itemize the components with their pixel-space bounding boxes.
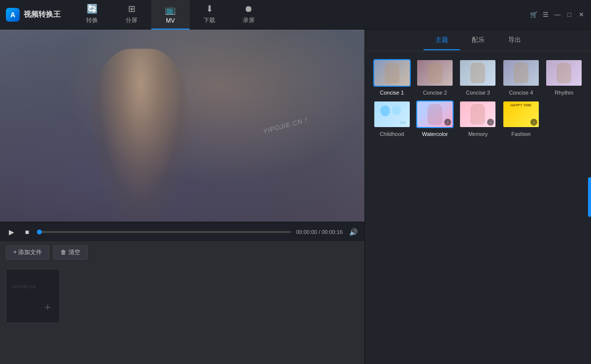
tab-split[interactable]: ⊞ 分屏 xyxy=(112,0,151,30)
memory-download-icon: ↓ xyxy=(487,119,494,126)
minimize-button[interactable]: — xyxy=(554,11,561,19)
main-content: YIPOJIE.CN！ ▶ ■ 00:00:00 / 00:00:16 🔊 + … xyxy=(0,30,591,364)
theme-memory-label: Memory xyxy=(468,131,488,137)
close-button[interactable]: ✕ xyxy=(577,11,585,19)
split-icon: ⊞ xyxy=(128,3,135,14)
theme-concise3-thumb xyxy=(459,59,496,87)
right-panel-tabs: 主题 配乐 导出 xyxy=(365,30,591,51)
tab-download[interactable]: ⬇ 下载 xyxy=(190,0,229,30)
tab-download-label: 下载 xyxy=(203,16,215,25)
theme-rhythm-thumb xyxy=(545,59,583,87)
clear-label: 🗑 清空 xyxy=(61,248,80,257)
record-icon: ⏺ xyxy=(244,4,253,14)
nav-tabs: 🔄 转换 ⊞ 分屏 📺 MV ⬇ 下载 ⏺ 录屏 xyxy=(72,0,530,30)
video-thumbnail: YIPOJIE.CN！ xyxy=(0,30,364,222)
time-total: 00:00:16 xyxy=(322,229,343,235)
tab-split-label: 分屏 xyxy=(126,16,137,25)
cart-icon[interactable]: 🛒 xyxy=(530,11,538,19)
theme-concise2-thumb xyxy=(416,59,454,87)
theme-childhood[interactable]: ◇◇ Childhood xyxy=(373,100,411,137)
convert-icon: 🔄 xyxy=(87,3,98,14)
right-panel: 主题 配乐 导出 Concise 1 xyxy=(364,30,591,364)
stop-button[interactable]: ■ xyxy=(22,227,33,237)
controls-bar: ▶ ■ 00:00:00 / 00:00:16 🔊 xyxy=(0,222,364,241)
progress-dot xyxy=(37,230,42,234)
file-thumbnail[interactable]: YIPOJIE.CN + xyxy=(6,269,60,323)
file-add-icon: + xyxy=(44,301,51,314)
theme-concise2-label: Concise 2 xyxy=(423,90,447,96)
app-logo: A 视频转换王 xyxy=(6,8,61,22)
tab-mv[interactable]: 📺 MV xyxy=(151,0,190,30)
theme-concise1-label: Concise 1 xyxy=(380,90,404,96)
tab-export[interactable]: 导出 xyxy=(496,31,533,50)
tab-mv-label: MV xyxy=(166,17,175,24)
maximize-button[interactable]: □ xyxy=(565,11,573,19)
add-file-button[interactable]: + 添加文件 xyxy=(6,245,49,260)
file-watermark: YIPOJIE.CN xyxy=(11,284,36,289)
add-file-label: + 添加文件 xyxy=(13,248,42,257)
theme-watercolor-label: Watercolor xyxy=(422,131,448,137)
left-panel: YIPOJIE.CN！ ▶ ■ 00:00:00 / 00:00:16 🔊 + … xyxy=(0,30,364,364)
theme-concise2[interactable]: Concise 2 xyxy=(416,59,454,96)
window-controls: 🛒 ☰ — □ ✕ xyxy=(530,11,585,19)
progress-bar[interactable] xyxy=(37,231,291,233)
theme-concise1[interactable]: Concise 1 xyxy=(373,59,411,96)
theme-fashion-thumb: HAPPY TIME ↓ xyxy=(502,100,540,128)
theme-rhythm[interactable]: Rhythm xyxy=(545,59,583,96)
file-area: YIPOJIE.CN + xyxy=(0,263,364,364)
theme-memory-thumb: ↓ xyxy=(459,100,496,128)
theme-memory[interactable]: ↓ Memory xyxy=(459,100,497,137)
scroll-indicator xyxy=(588,177,591,217)
titlebar: A 视频转换王 🔄 转换 ⊞ 分屏 📺 MV ⬇ 下载 ⏺ 录屏 🛒 ☰ — □… xyxy=(0,0,591,30)
file-toolbar: + 添加文件 🗑 清空 xyxy=(0,241,364,263)
app-name: 视频转换王 xyxy=(24,10,61,19)
theme-concise1-thumb xyxy=(373,59,411,87)
theme-concise4-thumb xyxy=(502,59,540,87)
tab-record-label: 录屏 xyxy=(243,16,255,25)
theme-concise3[interactable]: Concise 3 xyxy=(459,59,497,96)
tab-theme[interactable]: 主题 xyxy=(424,31,460,50)
theme-concise3-label: Concise 3 xyxy=(466,90,490,96)
time-current: 00:00:00 xyxy=(296,229,317,235)
theme-concise4-label: Concise 4 xyxy=(509,90,533,96)
theme-watercolor-thumb: ↓ xyxy=(416,100,454,128)
volume-icon[interactable]: 🔊 xyxy=(348,227,359,237)
theme-fashion[interactable]: HAPPY TIME ↓ Fashion xyxy=(502,100,540,137)
theme-grid: Concise 1 Concise 2 Concise 3 xyxy=(365,51,591,145)
watercolor-download-icon: ↓ xyxy=(444,119,451,126)
menu-icon[interactable]: ☰ xyxy=(542,11,550,19)
theme-childhood-thumb: ◇◇ xyxy=(373,100,411,128)
download-icon: ⬇ xyxy=(206,3,213,14)
tab-music[interactable]: 配乐 xyxy=(460,31,496,50)
theme-concise4[interactable]: Concise 4 xyxy=(502,59,540,96)
time-display: 00:00:00 / 00:00:16 xyxy=(296,229,343,235)
theme-rhythm-label: Rhythm xyxy=(555,90,573,96)
theme-watercolor[interactable]: ↓ Watercolor xyxy=(416,100,454,137)
watermark: YIPOJIE.CN！ xyxy=(262,115,310,136)
mv-icon: 📺 xyxy=(165,4,176,15)
tab-convert-label: 转换 xyxy=(86,16,98,25)
video-player: YIPOJIE.CN！ xyxy=(0,30,364,222)
theme-childhood-label: Childhood xyxy=(380,131,404,137)
play-button[interactable]: ▶ xyxy=(6,227,17,237)
tab-record[interactable]: ⏺ 录屏 xyxy=(229,0,268,30)
tab-convert[interactable]: 🔄 转换 xyxy=(72,0,112,30)
theme-fashion-label: Fashion xyxy=(511,131,530,137)
app-logo-icon: A xyxy=(6,8,20,22)
fashion-download-icon: ↓ xyxy=(530,119,537,126)
clear-button[interactable]: 🗑 清空 xyxy=(53,245,87,260)
